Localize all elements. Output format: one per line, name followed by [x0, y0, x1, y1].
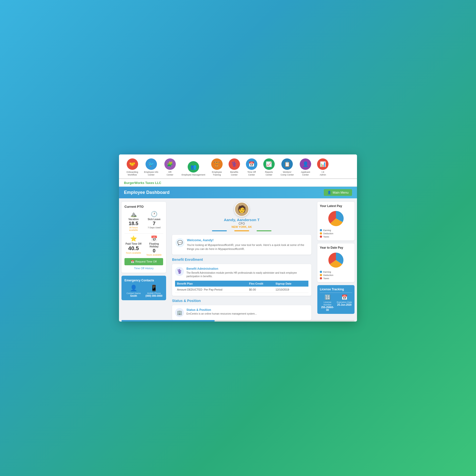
ytd-legend-earning: Earning — [320, 271, 352, 273]
license-expiry-value: 25-Jun-2020 — [337, 303, 352, 306]
welcome-text: You're looking at MypaperlessofficeHR, y… — [187, 243, 308, 251]
license-number-value: 255-25660-00 — [320, 306, 335, 311]
workers-comp-icon: 📋 — [281, 158, 293, 170]
ytd-deduction-label: Deduction — [323, 274, 333, 276]
nav-onboarding-label: OnboardingWorkflow — [126, 171, 138, 176]
phone-label: Mobile Phone — [147, 292, 161, 295]
benefit-flex: $0.00 — [247, 287, 274, 293]
request-btn-label: Request Time Off — [135, 260, 156, 263]
license-grid: 🔢 License Number 255-25660-00 📅 Expirati… — [320, 294, 352, 311]
app-window: 🤝 OnboardingWorkflow 🐦 Employee InfoCent… — [119, 154, 357, 322]
nav-reports[interactable]: 📈 ReportsCenter — [261, 157, 277, 178]
ytd-pay-legend: Earning Deduction Taxes — [320, 271, 352, 280]
nav-workers-comp[interactable]: 📋 Workers'Comp Center — [278, 157, 297, 178]
nav-employee-info[interactable]: 🐦 Employee InfoCenter — [142, 157, 161, 178]
paid-sub: hours available — [126, 252, 141, 254]
license-expiry-label: Expiration Date — [337, 301, 352, 303]
benefit-name: Benefit Administration — [186, 267, 308, 270]
nav-employee-training-label: EmployeeTraining — [212, 171, 222, 176]
hr-center-icon: 🧩 — [164, 158, 176, 170]
status-position-icon: 🏢 — [175, 308, 184, 317]
license-expiry-icon: 📅 — [341, 294, 348, 300]
status-header: 🏢 Status & Position EmCentrix is an onli… — [175, 308, 308, 317]
user-icon: 👤 — [327, 191, 331, 194]
paid-icon: ⭐ — [130, 236, 137, 242]
floating-icon: 📅 — [151, 236, 157, 242]
nav-hr-label: HRCenter — [167, 171, 173, 176]
time-off-history-link[interactable]: Time Off History — [124, 267, 163, 270]
vacation-sub: 36 hours available — [124, 226, 143, 231]
nav-employee-training[interactable]: 🏋️ EmployeeTraining — [209, 157, 225, 178]
nav-benefits-label: BenefitsCenter — [230, 171, 238, 176]
legend-deduction: Deduction — [320, 232, 352, 235]
benefit-enrollment-section: Benefit Enrollment ⚕️ Benefit Administra… — [172, 258, 311, 296]
latest-pay-legend: Earning Deduction Taxes — [320, 229, 352, 238]
earning-dot — [320, 229, 322, 231]
contact-label: Contact Name — [126, 292, 141, 295]
left-panel: Current PTO ⛰️ Vacation 18.5 36 hours av… — [119, 198, 169, 320]
progress-dots — [212, 230, 271, 231]
company-bar: BurgerWorks Taxes LLC — [119, 179, 357, 187]
emergency-contact: 👤 Contact Name Smith — [124, 285, 143, 297]
ytd-legend-taxes: Taxes — [320, 277, 352, 280]
latest-pay-chart — [327, 210, 345, 227]
welcome-box: 💬 Welcome, Aandy! You're looking at Mypa… — [172, 235, 311, 255]
status-name: Status & Position — [186, 308, 257, 312]
time-off-icon: 📅 — [246, 158, 257, 170]
col-extra — [303, 281, 308, 287]
status-section-title: Status & Position — [172, 299, 311, 303]
benefit-action — [303, 287, 308, 293]
pto-grid: ⛰️ Vacation 18.5 36 hours available 🕐 Si… — [124, 211, 163, 231]
main-content: Current PTO ⛰️ Vacation 18.5 36 hours av… — [119, 198, 357, 320]
nav-hr-center[interactable]: 🧩 HRCenter — [162, 157, 178, 178]
emergency-grid: 👤 Contact Name Smith 📱 Mobile Phone (000… — [124, 285, 163, 297]
pto-card: Current PTO ⛰️ Vacation 18.5 36 hours av… — [121, 202, 166, 273]
benefit-info: Benefit Administration The Benefit Admin… — [186, 267, 308, 278]
benefit-table: Benefit Plan Flex Credit Signup Date Amo… — [175, 281, 308, 293]
nav-employee-mgmt-label: Employee Management — [182, 174, 205, 176]
scrollbar-thumb — [121, 320, 215, 322]
vacation-value: 18.5 — [129, 221, 138, 226]
applicant-icon: 👤 — [300, 158, 311, 170]
pto-vacation: ⛰️ Vacation 18.5 36 hours available — [124, 211, 143, 231]
deduction-dot — [320, 232, 322, 235]
benefits-icon: ⚕️ — [229, 158, 240, 170]
benefit-plan: Amount DEDUCTED Per Pay-Period — [175, 287, 247, 293]
nav-employee-mgmt[interactable]: 👥 Employee Management — [179, 160, 208, 178]
main-menu-button[interactable]: 👤 Main Menu — [324, 189, 352, 196]
license-title: License Tracking — [320, 288, 352, 291]
phone-icon: 📱 — [150, 285, 158, 292]
status-desc: EmCentrix is an online human resources m… — [186, 312, 257, 315]
request-time-off-button[interactable]: 📅 Request Time Off — [124, 258, 163, 265]
nav-onboarding[interactable]: 🤝 OnboardingWorkflow — [124, 157, 141, 178]
benefit-signup: 12/10/2019 — [273, 287, 302, 293]
employee-training-icon: 🏋️ — [211, 158, 223, 170]
ytd-pay-chart — [327, 251, 345, 269]
pto-paid: ⭐ Paid Time Off 40.5 hours available — [124, 236, 143, 256]
phone-value: (000) 000-0000 — [146, 295, 162, 297]
vacation-icon: ⛰️ — [130, 211, 137, 217]
nav-time-off[interactable]: 📅 Time OffCenter — [243, 157, 260, 178]
latest-pay-card: Your Latest Pay Earning — [317, 202, 355, 240]
sick-sub: 7 Days Used — [148, 226, 161, 229]
vacation-label: Vacation — [128, 218, 139, 221]
col-plan: Benefit Plan — [175, 281, 247, 287]
benefit-desc: The Benefit Administration module permit… — [186, 271, 308, 278]
pto-sick: 🕐 Sick Leave 7 7 Days Used — [145, 211, 163, 231]
nav-i9-label: I-9Admin — [320, 171, 326, 176]
latest-pay-title: Your Latest Pay — [320, 204, 352, 208]
pto-floating: 📅 Floating Holiday 0 hours available — [145, 236, 163, 256]
benefit-section-title: Benefit Enrollment — [172, 258, 311, 262]
ytd-taxes-dot — [320, 277, 322, 279]
nav-benefits[interactable]: ⚕️ BenefitsCenter — [226, 157, 242, 178]
emergency-card: Emergency Contacts 👤 Contact Name Smith … — [121, 276, 166, 300]
nav-time-off-label: Time OffCenter — [247, 171, 256, 176]
earning-label: Earning — [323, 229, 331, 232]
nav-applicant[interactable]: 👤 ApplicantCenter — [297, 157, 314, 178]
nav-i9[interactable]: 📊 I-9Admin — [315, 157, 331, 178]
top-nav: 🤝 OnboardingWorkflow 🐦 Employee InfoCent… — [119, 154, 357, 179]
taxes-dot — [320, 236, 322, 238]
nav-reports-label: ReportsCenter — [265, 171, 273, 176]
i9-icon: 📊 — [317, 158, 328, 170]
scrollbar[interactable] — [121, 320, 355, 322]
